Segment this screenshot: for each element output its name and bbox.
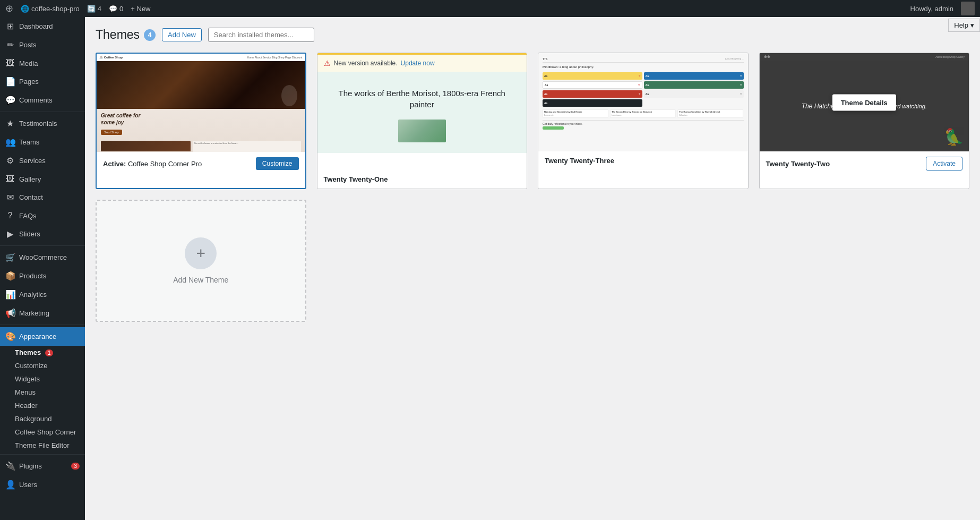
plugins-icon: 🔌 bbox=[5, 461, 15, 471]
chevron-down-icon: ▾ bbox=[970, 21, 974, 29]
howdy-text: Howdy, admin bbox=[910, 5, 953, 13]
sidebar-item-media[interactable]: 🖼 Media bbox=[0, 54, 85, 72]
theme-card-twenty-twenty-one[interactable]: ⚠ New version available. Update now The … bbox=[317, 53, 528, 189]
sidebar-separator-4 bbox=[0, 454, 85, 455]
themes-count-badge: 4 bbox=[144, 29, 156, 41]
sidebar-item-services[interactable]: ⚙ Services bbox=[0, 151, 85, 170]
contact-icon: ✉ bbox=[5, 192, 15, 202]
sidebar-item-analytics[interactable]: 📊 Analytics bbox=[0, 285, 85, 304]
theme-active-text: Active: Coffee Shop Corner Pro bbox=[103, 160, 202, 168]
theme-details-button-twenty-three[interactable]: Theme Details bbox=[611, 113, 675, 129]
sidebar-item-woocommerce[interactable]: 🛒 WooCommerce bbox=[0, 248, 85, 267]
add-theme-plus-icon: + bbox=[185, 237, 217, 269]
updates-icon: 🔄 bbox=[87, 5, 96, 13]
theme-details-tooltip[interactable]: Theme Details bbox=[832, 94, 896, 110]
sidebar-item-sliders[interactable]: ▶ Sliders bbox=[0, 225, 85, 243]
help-button[interactable]: Help ▾ bbox=[948, 19, 980, 32]
theme-preview-coffee: ☕ Coffee Shop Home About Service Blog Sh… bbox=[97, 54, 305, 152]
theme-info-coffee: Active: Coffee Shop Corner Pro Customize bbox=[97, 152, 305, 175]
comments-icon: 💬 bbox=[109, 5, 117, 13]
appearance-icon: 🎨 bbox=[5, 331, 15, 342]
updates-item[interactable]: 🔄 4 bbox=[87, 5, 101, 13]
main-layout: ⊞ Dashboard ✏ Posts 🖼 Media 📄 Pages 💬 Co… bbox=[0, 17, 980, 520]
theme-preview-twenty-two: ⊕⊕ About Blog Shop Gallery The Hatchery:… bbox=[760, 53, 969, 151]
sidebar-subitem-theme-file-editor[interactable]: Theme File Editor bbox=[0, 439, 85, 452]
add-theme-label: Add New Theme bbox=[173, 276, 228, 284]
themes-grid: ☕ Coffee Shop Home About Service Blog Sh… bbox=[96, 53, 969, 322]
bird-decoration: 🦜 bbox=[944, 127, 964, 146]
theme-details-button-twenty-one[interactable]: Theme Details bbox=[390, 113, 454, 129]
dashboard-icon: ⊞ bbox=[5, 21, 15, 31]
sidebar-item-posts[interactable]: ✏ Posts bbox=[0, 36, 85, 54]
site-name[interactable]: 🌐 coffee-shop-pro bbox=[21, 5, 80, 13]
testimonials-icon: ★ bbox=[5, 118, 15, 129]
comments-item[interactable]: 💬 0 bbox=[109, 5, 123, 13]
content-area: Themes 4 Add New ☕ Coffee Shop Home Abou… bbox=[85, 17, 980, 520]
sidebar: ⊞ Dashboard ✏ Posts 🖼 Media 📄 Pages 💬 Co… bbox=[0, 17, 85, 520]
theme-name-twenty-two: Twenty Twenty-Two bbox=[766, 160, 830, 168]
gallery-icon: 🖼 bbox=[5, 174, 15, 184]
themes-badge: 1 bbox=[45, 349, 54, 356]
products-icon: 📦 bbox=[5, 271, 15, 281]
sidebar-item-dashboard[interactable]: ⊞ Dashboard bbox=[0, 17, 85, 36]
comments-sidebar-icon: 💬 bbox=[5, 95, 15, 105]
sidebar-item-users[interactable]: 👤 Users bbox=[0, 475, 85, 494]
marketing-icon: 📢 bbox=[5, 308, 15, 318]
theme-card-twenty-twenty-two[interactable]: ⊕⊕ About Blog Shop Gallery The Hatchery:… bbox=[759, 53, 970, 189]
sidebar-subitem-coffee-shop-corner[interactable]: Coffee Shop Corner bbox=[0, 425, 85, 439]
sliders-icon: ▶ bbox=[5, 229, 15, 239]
customize-button[interactable]: Customize bbox=[256, 157, 299, 170]
sidebar-item-comments[interactable]: 💬 Comments bbox=[0, 91, 85, 109]
sidebar-subitem-themes[interactable]: Themes 1 bbox=[0, 346, 85, 359]
sidebar-item-products[interactable]: 📦 Products bbox=[0, 267, 85, 285]
sidebar-separator-1 bbox=[0, 112, 85, 112]
avatar[interactable] bbox=[961, 2, 975, 15]
page-title: Themes 4 bbox=[96, 28, 156, 42]
sidebar-subitem-customize[interactable]: Customize bbox=[0, 359, 85, 372]
faqs-icon: ? bbox=[5, 211, 15, 220]
theme-card-twenty-twenty-three[interactable]: TTS About Blog Shop ... Mindblown: a blo… bbox=[538, 53, 749, 189]
page-header: Themes 4 Add New bbox=[96, 28, 969, 42]
add-new-theme-card[interactable]: + Add New Theme bbox=[96, 200, 306, 322]
users-icon: 👤 bbox=[5, 480, 15, 490]
theme-info-twenty-two: Twenty Twenty-Two Activate bbox=[760, 151, 969, 176]
admin-bar: ⊕ 🌐 coffee-shop-pro 🔄 4 💬 0 + New Howdy,… bbox=[0, 0, 980, 17]
sidebar-item-plugins[interactable]: 🔌 Plugins 3 bbox=[0, 457, 85, 475]
sidebar-subitem-background[interactable]: Background bbox=[0, 412, 85, 425]
sidebar-item-gallery[interactable]: 🖼 Gallery bbox=[0, 170, 85, 188]
sidebar-item-marketing[interactable]: 📢 Marketing bbox=[0, 304, 85, 322]
sidebar-item-pages[interactable]: 📄 Pages bbox=[0, 72, 85, 91]
woocommerce-icon: 🛒 bbox=[5, 252, 15, 262]
posts-icon: ✏ bbox=[5, 40, 15, 50]
sidebar-subitem-header[interactable]: Header bbox=[0, 399, 85, 412]
search-input[interactable] bbox=[208, 28, 314, 42]
sidebar-separator-3 bbox=[0, 325, 85, 325]
sidebar-separator-2 bbox=[0, 245, 85, 246]
pages-icon: 📄 bbox=[5, 76, 15, 87]
wp-logo-icon[interactable]: ⊕ bbox=[5, 3, 13, 14]
sidebar-item-teams[interactable]: 👥 Teams bbox=[0, 133, 85, 151]
activate-button-twenty-two[interactable]: Activate bbox=[926, 157, 962, 171]
sidebar-item-faqs[interactable]: ? FAQs bbox=[0, 207, 85, 225]
new-item[interactable]: + New bbox=[131, 5, 150, 13]
teams-icon: 👥 bbox=[5, 137, 15, 147]
sidebar-item-contact[interactable]: ✉ Contact bbox=[0, 188, 85, 207]
services-icon: ⚙ bbox=[5, 156, 15, 166]
site-icon: 🌐 bbox=[21, 5, 29, 13]
add-new-button[interactable]: Add New bbox=[162, 28, 202, 41]
sidebar-subitem-menus[interactable]: Menus bbox=[0, 386, 85, 399]
sidebar-item-testimonials[interactable]: ★ Testimonials bbox=[0, 114, 85, 133]
media-icon: 🖼 bbox=[5, 58, 15, 68]
analytics-icon: 📊 bbox=[5, 289, 15, 300]
sidebar-item-appearance[interactable]: 🎨 Appearance bbox=[0, 327, 85, 346]
sidebar-subitem-widgets[interactable]: Widgets bbox=[0, 372, 85, 386]
plugins-badge: 3 bbox=[71, 463, 80, 470]
theme-card-coffee-shop-corner[interactable]: ☕ Coffee Shop Home About Service Blog Sh… bbox=[96, 53, 306, 189]
